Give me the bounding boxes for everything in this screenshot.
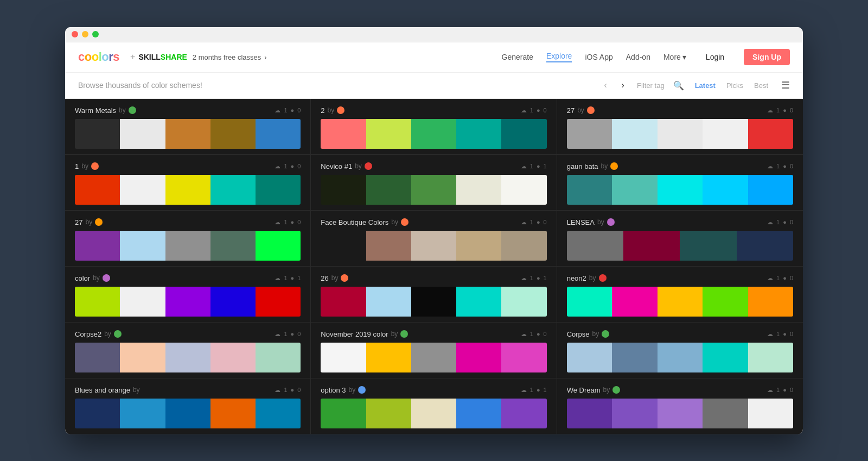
color-swatch[interactable] [658, 119, 703, 149]
nav-addon[interactable]: Add-on [626, 53, 650, 61]
color-swatch[interactable] [165, 231, 210, 261]
color-swatch[interactable] [165, 119, 210, 149]
color-swatch[interactable] [120, 175, 165, 205]
save-icon[interactable]: ☁ [275, 331, 280, 338]
color-swatch[interactable] [120, 119, 165, 149]
color-swatch[interactable] [411, 399, 456, 428]
color-swatch[interactable] [680, 231, 736, 261]
color-swatch[interactable] [501, 343, 546, 372]
user-avatar[interactable] [358, 386, 366, 394]
search-icon[interactable]: 🔍 [673, 80, 684, 91]
maximize-button[interactable] [92, 31, 99, 37]
logo[interactable]: coolors [78, 50, 119, 64]
color-swatch[interactable] [501, 175, 546, 205]
user-avatar[interactable] [114, 330, 122, 338]
color-swatch[interactable] [501, 399, 546, 428]
color-swatch[interactable] [120, 343, 165, 372]
color-swatch[interactable] [411, 231, 456, 261]
palette-cell[interactable]: November 2019 color by☁ 1 ● 0 [311, 323, 557, 378]
user-avatar[interactable] [91, 162, 99, 170]
color-swatch[interactable] [456, 175, 501, 205]
palette-cell[interactable]: option 3 by☁ 1 ● 1 [311, 378, 557, 434]
save-icon[interactable]: ☁ [275, 387, 280, 394]
palette-cell[interactable]: color by☁ 1 ● 1 [65, 267, 311, 323]
color-swatch[interactable] [703, 119, 748, 149]
color-swatch[interactable] [256, 343, 301, 372]
color-swatch[interactable] [256, 175, 301, 205]
save-icon[interactable]: ☁ [275, 107, 280, 114]
save-icon[interactable]: ☁ [275, 219, 280, 226]
user-avatar[interactable] [103, 274, 110, 282]
save-icon[interactable]: ☁ [275, 163, 280, 170]
color-swatch[interactable] [748, 119, 793, 149]
color-swatch[interactable] [411, 343, 456, 372]
color-swatch[interactable] [210, 287, 256, 317]
color-swatch[interactable] [411, 119, 456, 149]
color-swatch[interactable] [210, 343, 256, 372]
color-swatch[interactable] [658, 175, 703, 205]
color-swatch[interactable] [456, 119, 501, 149]
color-swatch[interactable] [210, 231, 256, 261]
palette-cell[interactable]: LENSEA by☁ 1 ● 0 [557, 211, 803, 267]
user-avatar[interactable] [607, 218, 615, 226]
sort-picks[interactable]: Picks [722, 79, 748, 92]
color-swatch[interactable] [501, 119, 546, 149]
color-swatch[interactable] [165, 399, 210, 428]
color-swatch[interactable] [321, 119, 366, 149]
palette-cell[interactable]: gaun bata by☁ 1 ● 0 [557, 155, 803, 211]
color-swatch[interactable] [612, 399, 657, 428]
color-swatch[interactable] [612, 343, 657, 372]
user-avatar[interactable] [400, 330, 408, 338]
save-icon[interactable]: ☁ [521, 163, 527, 170]
color-swatch[interactable] [321, 399, 366, 428]
sort-latest[interactable]: Latest [691, 79, 720, 92]
color-swatch[interactable] [456, 287, 501, 317]
color-swatch[interactable] [366, 343, 411, 372]
color-swatch[interactable] [612, 119, 657, 149]
palette-cell[interactable]: 26 by☁ 1 ● 1 [311, 267, 557, 323]
color-swatch[interactable] [321, 343, 366, 372]
color-swatch[interactable] [567, 231, 623, 261]
user-avatar[interactable] [337, 106, 344, 114]
user-avatar[interactable] [365, 162, 372, 170]
nav-generate[interactable]: Generate [502, 53, 533, 61]
color-swatch[interactable] [75, 175, 120, 205]
color-swatch[interactable] [658, 399, 703, 428]
save-icon[interactable]: ☁ [767, 275, 773, 282]
color-swatch[interactable] [411, 287, 456, 317]
palette-cell[interactable]: Corpse by☁ 1 ● 0 [557, 323, 803, 378]
user-avatar[interactable] [612, 386, 620, 394]
color-swatch[interactable] [366, 287, 411, 317]
minimize-button[interactable] [82, 31, 88, 37]
color-swatch[interactable] [75, 343, 120, 372]
color-swatch[interactable] [75, 231, 120, 261]
save-icon[interactable]: ☁ [767, 107, 773, 114]
palette-cell[interactable]: Corpse2 by☁ 1 ● 0 [65, 323, 311, 378]
color-swatch[interactable] [75, 119, 120, 149]
nav-explore[interactable]: Explore [546, 52, 572, 62]
color-swatch[interactable] [456, 343, 501, 372]
color-swatch[interactable] [456, 231, 501, 261]
palette-cell[interactable]: 27 by☁ 1 ● 0 [557, 99, 803, 155]
color-swatch[interactable] [703, 399, 748, 428]
color-swatch[interactable] [567, 287, 612, 317]
color-swatch[interactable] [75, 399, 120, 428]
save-icon[interactable]: ☁ [767, 331, 773, 338]
color-swatch[interactable] [567, 399, 612, 428]
color-swatch[interactable] [501, 231, 546, 261]
palette-cell[interactable]: Face Boutique Colors by☁ 1 ● 0 [311, 211, 557, 267]
color-swatch[interactable] [165, 175, 210, 205]
user-avatar[interactable] [401, 218, 409, 226]
color-swatch[interactable] [456, 399, 501, 428]
color-swatch[interactable] [256, 287, 301, 317]
color-swatch[interactable] [703, 175, 748, 205]
color-swatch[interactable] [210, 399, 256, 428]
color-swatch[interactable] [366, 119, 411, 149]
color-swatch[interactable] [165, 343, 210, 372]
color-swatch[interactable] [658, 343, 703, 372]
palette-cell[interactable]: Warm Metals by☁ 1 ● 0 [65, 99, 311, 155]
color-swatch[interactable] [567, 343, 612, 372]
color-swatch[interactable] [256, 119, 301, 149]
color-swatch[interactable] [256, 399, 301, 428]
palette-cell[interactable]: neon2 by☁ 1 ● 0 [557, 267, 803, 323]
